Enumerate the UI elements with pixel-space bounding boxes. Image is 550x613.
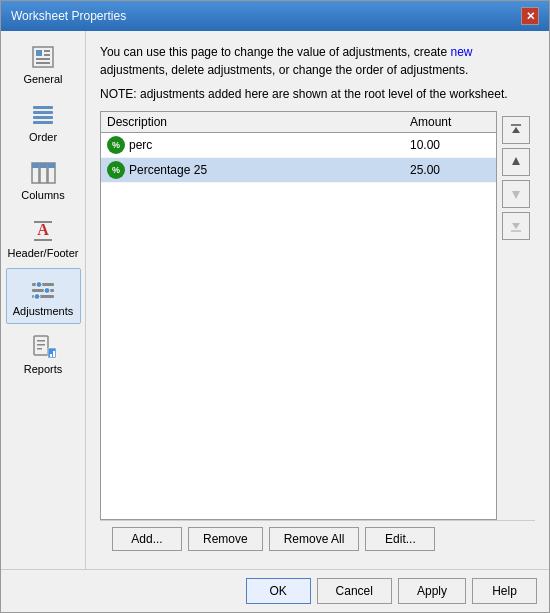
row-icon: %	[107, 136, 125, 154]
row-description: Percentage 25	[129, 163, 410, 177]
move-up-button[interactable]	[502, 148, 530, 176]
svg-rect-8	[33, 116, 53, 119]
sidebar-label-order: Order	[29, 131, 57, 143]
svg-rect-14	[40, 163, 47, 168]
order-icon	[29, 101, 57, 129]
svg-rect-13	[32, 163, 39, 168]
general-icon	[29, 43, 57, 71]
svg-marker-33	[512, 127, 520, 133]
svg-rect-6	[33, 106, 53, 109]
dialog-title: Worksheet Properties	[11, 9, 126, 23]
sidebar-label-general: General	[23, 73, 62, 85]
dialog-body: General Order	[1, 31, 549, 569]
edit-button[interactable]: Edit...	[365, 527, 435, 551]
reorder-buttons	[497, 111, 535, 520]
headerfooter-icon: A	[29, 217, 57, 245]
cancel-button[interactable]: Cancel	[317, 578, 392, 604]
move-down-button[interactable]	[502, 180, 530, 208]
sidebar-item-reports[interactable]: Reports	[6, 326, 81, 382]
svg-marker-35	[512, 191, 520, 199]
row-description: perc	[129, 138, 410, 152]
svg-rect-28	[37, 348, 42, 350]
col-description-header: Description	[107, 115, 410, 129]
row-icon: %	[107, 161, 125, 179]
svg-rect-31	[53, 351, 55, 357]
sidebar-item-order[interactable]: Order	[6, 94, 81, 150]
move-top-button[interactable]	[502, 116, 530, 144]
move-bottom-icon	[509, 219, 523, 233]
sidebar: General Order	[1, 31, 86, 569]
action-buttons: Add... Remove Remove All Edit...	[100, 520, 535, 557]
sidebar-label-reports: Reports	[24, 363, 63, 375]
title-bar: Worksheet Properties ✕	[1, 1, 549, 31]
main-content: You can use this page to change the valu…	[86, 31, 549, 569]
svg-rect-26	[37, 340, 45, 342]
row-amount: 10.00	[410, 138, 490, 152]
sidebar-item-adjustments[interactable]: Adjustments	[6, 268, 81, 324]
svg-rect-2	[44, 50, 50, 52]
adjustments-icon	[29, 275, 57, 303]
svg-rect-19	[32, 283, 54, 286]
svg-rect-7	[33, 111, 53, 114]
svg-marker-37	[512, 223, 520, 229]
table-body: % perc 10.00 % Percentage 25 25.00	[101, 133, 496, 519]
sidebar-item-header-footer[interactable]: A Header/Footer	[6, 210, 81, 266]
svg-rect-20	[32, 289, 54, 292]
columns-icon	[29, 159, 57, 187]
adjustments-table: Description Amount % perc 10.00 %	[100, 111, 497, 520]
table-row[interactable]: % perc 10.00	[101, 133, 496, 158]
svg-rect-1	[36, 50, 42, 56]
svg-point-22	[36, 282, 42, 288]
worksheet-properties-dialog: Worksheet Properties ✕ General	[0, 0, 550, 613]
svg-rect-4	[36, 58, 50, 60]
svg-rect-27	[37, 344, 45, 346]
col-amount-header: Amount	[410, 115, 490, 129]
move-up-icon	[509, 155, 523, 169]
svg-rect-9	[33, 121, 53, 124]
svg-rect-17	[34, 221, 52, 223]
dialog-footer: OK Cancel Apply Help	[1, 569, 549, 612]
sidebar-label-adjustments: Adjustments	[13, 305, 74, 317]
svg-text:A: A	[37, 221, 49, 238]
remove-button[interactable]: Remove	[188, 527, 263, 551]
close-button[interactable]: ✕	[521, 7, 539, 25]
row-amount: 25.00	[410, 163, 490, 177]
move-down-icon	[509, 187, 523, 201]
table-section: Description Amount % perc 10.00 %	[100, 111, 535, 520]
svg-point-24	[34, 294, 40, 300]
apply-button[interactable]: Apply	[398, 578, 466, 604]
svg-rect-15	[48, 163, 55, 168]
svg-point-23	[44, 288, 50, 294]
sidebar-label-columns: Columns	[21, 189, 64, 201]
svg-rect-3	[44, 54, 50, 56]
add-button[interactable]: Add...	[112, 527, 182, 551]
move-bottom-button[interactable]	[502, 212, 530, 240]
help-button[interactable]: Help	[472, 578, 537, 604]
remove-all-button[interactable]: Remove All	[269, 527, 360, 551]
ok-button[interactable]: OK	[246, 578, 311, 604]
reports-icon	[29, 333, 57, 361]
new-link[interactable]: new	[450, 45, 472, 59]
sidebar-label-header-footer: Header/Footer	[8, 247, 79, 259]
note-text: NOTE: adjustments added here are shown a…	[100, 87, 535, 101]
svg-rect-18	[34, 239, 52, 241]
description-text: You can use this page to change the valu…	[100, 43, 535, 79]
svg-rect-30	[50, 354, 52, 357]
sidebar-item-columns[interactable]: Columns	[6, 152, 81, 208]
svg-rect-5	[36, 62, 50, 64]
table-row[interactable]: % Percentage 25 25.00	[101, 158, 496, 183]
table-header: Description Amount	[101, 112, 496, 133]
sidebar-item-general[interactable]: General	[6, 36, 81, 92]
move-top-icon	[509, 123, 523, 137]
svg-marker-34	[512, 157, 520, 165]
